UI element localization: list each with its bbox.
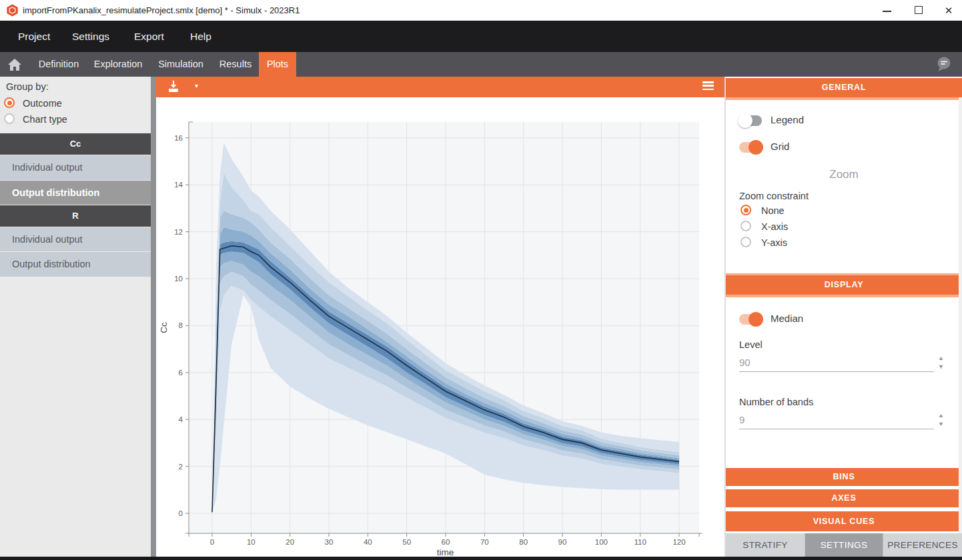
settings-panel: GENERAL Legend Grid Zoom Zoom constraint… [726, 77, 962, 557]
close-button[interactable]: ✕ [937, 0, 960, 21]
zoom-heading: Zoom [726, 168, 962, 181]
simulx-logo-icon [6, 4, 19, 17]
grid-toggle-label: Grid [771, 141, 789, 152]
speech-bubble-icon [935, 56, 953, 73]
menu-settings[interactable]: Settings [72, 21, 109, 52]
menu-export[interactable]: Export [134, 21, 164, 52]
group-by-charttype-label[interactable]: Chart type [23, 114, 67, 125]
number-of-bands-underline [739, 429, 934, 429]
sidebar-item-r-individual-output[interactable]: Individual output [0, 227, 151, 251]
section-general-strip [726, 97, 962, 100]
chart-menu-button[interactable] [702, 81, 714, 92]
legend-toggle[interactable] [739, 115, 762, 126]
panel-scrollbar[interactable] [959, 97, 962, 533]
svg-text:110: 110 [634, 538, 646, 546]
tab-results[interactable]: Results [212, 52, 259, 77]
grid-toggle[interactable] [739, 142, 762, 153]
level-input[interactable]: 90 [739, 357, 751, 368]
svg-text:16: 16 [174, 134, 183, 142]
tab-definition[interactable]: Definition [31, 52, 87, 77]
window-bottom-edge [0, 557, 962, 560]
zoom-constraint-yaxis-label[interactable]: Y-axis [761, 237, 787, 248]
svg-text:90: 90 [558, 538, 567, 546]
section-display[interactable]: DISPLAY [726, 275, 962, 295]
sidebar-item-r-output-distribution[interactable]: Output distribution [0, 252, 151, 277]
level-input-underline [739, 371, 934, 372]
zoom-constraint-none-radio[interactable] [741, 205, 751, 215]
menu-bar: Project Settings Export Help [0, 21, 962, 52]
svg-text:100: 100 [595, 538, 608, 546]
maximize-icon [915, 6, 923, 14]
simulx-window: importFromPKanalix_resimulateProject.sml… [0, 0, 962, 560]
tab-stratify[interactable]: STRATIFY [726, 533, 805, 557]
median-toggle-label: Median [771, 313, 803, 324]
zoom-constraint-yaxis-radio[interactable] [741, 237, 751, 247]
tab-plots[interactable]: Plots [259, 52, 296, 77]
svg-text:120: 120 [672, 538, 685, 546]
median-toggle[interactable] [739, 314, 762, 325]
title-bar: importFromPKanalix_resimulateProject.sml… [0, 0, 962, 21]
svg-text:Cc: Cc [159, 322, 169, 333]
tab-settings[interactable]: SETTINGS [805, 533, 883, 557]
svg-text:2: 2 [179, 463, 183, 471]
section-bins[interactable]: BINS [726, 468, 962, 486]
zoom-constraint-xaxis-label[interactable]: X-axis [761, 221, 788, 232]
sidebar-section-r[interactable]: R [0, 205, 151, 227]
window-title: importFromPKanalix_resimulateProject.sml… [23, 0, 300, 21]
zoom-constraint-label: Zoom constraint [739, 191, 809, 201]
zoom-constraint-none-label[interactable]: None [761, 205, 785, 216]
section-visual-cues[interactable]: VISUAL CUES [726, 511, 962, 531]
svg-text:30: 30 [325, 538, 334, 546]
group-by-charttype-radio[interactable] [4, 113, 15, 124]
svg-text:0: 0 [210, 538, 214, 546]
svg-text:10: 10 [247, 538, 256, 546]
level-spin-down-icon[interactable]: ▼ [938, 364, 944, 370]
svg-text:12: 12 [174, 228, 183, 236]
svg-text:0: 0 [179, 509, 183, 517]
tab-simulation[interactable]: Simulation [149, 52, 212, 77]
sidebar-item-cc-individual-output[interactable]: Individual output [0, 155, 151, 180]
section-general[interactable]: GENERAL [726, 78, 962, 97]
svg-text:40: 40 [364, 538, 372, 546]
percentile-band-plot: 0246810121416010203040506070809010011012… [156, 97, 725, 557]
menu-project[interactable]: Project [18, 21, 50, 52]
group-by-outcome-radio[interactable] [4, 97, 15, 108]
home-tab[interactable] [7, 57, 24, 72]
bands-spin-down-icon[interactable]: ▼ [938, 421, 944, 427]
svg-text:50: 50 [402, 538, 411, 546]
main-tab-bar: Definition Exploration Simulation Result… [0, 52, 962, 77]
minimize-button[interactable] [875, 0, 898, 21]
maximize-button[interactable] [907, 0, 930, 21]
section-display-strip [726, 295, 962, 297]
group-by-outcome-label[interactable]: Outcome [23, 98, 62, 109]
svg-text:8: 8 [179, 321, 183, 329]
sidebar-item-cc-output-distribution[interactable]: Output distribution [0, 181, 151, 205]
home-icon [7, 57, 23, 72]
level-spin-up-icon[interactable]: ▲ [938, 355, 944, 361]
svg-text:80: 80 [519, 538, 528, 546]
section-axes[interactable]: AXES [726, 489, 962, 507]
sidebar-section-cc[interactable]: Cc [0, 133, 151, 155]
feedback-button[interactable] [935, 56, 954, 73]
svg-text:6: 6 [179, 369, 183, 377]
svg-text:14: 14 [174, 181, 183, 189]
tab-exploration[interactable]: Exploration [87, 52, 149, 77]
menu-help[interactable]: Help [190, 21, 211, 52]
svg-text:4: 4 [179, 415, 183, 423]
svg-text:70: 70 [480, 538, 489, 546]
number-of-bands-label: Number of bands [739, 397, 813, 407]
group-by-label: Group by: [6, 81, 49, 92]
svg-text:60: 60 [442, 538, 450, 546]
download-tray-icon [167, 80, 180, 93]
export-chart-button[interactable]: ▾ [167, 80, 189, 95]
caret-down-icon: ▾ [195, 82, 198, 89]
svg-text:10: 10 [174, 275, 183, 283]
number-of-bands-input[interactable]: 9 [739, 414, 745, 425]
sidebar-splitter[interactable] [151, 77, 156, 557]
output-distribution-chart[interactable]: 0246810121416010203040506070809010011012… [156, 97, 725, 557]
tab-preferences[interactable]: PREFERENCES [883, 533, 962, 557]
svg-text:20: 20 [286, 538, 294, 546]
zoom-constraint-xaxis-radio[interactable] [741, 221, 751, 231]
bands-spin-up-icon[interactable]: ▲ [938, 413, 944, 419]
minimize-icon [883, 11, 891, 12]
